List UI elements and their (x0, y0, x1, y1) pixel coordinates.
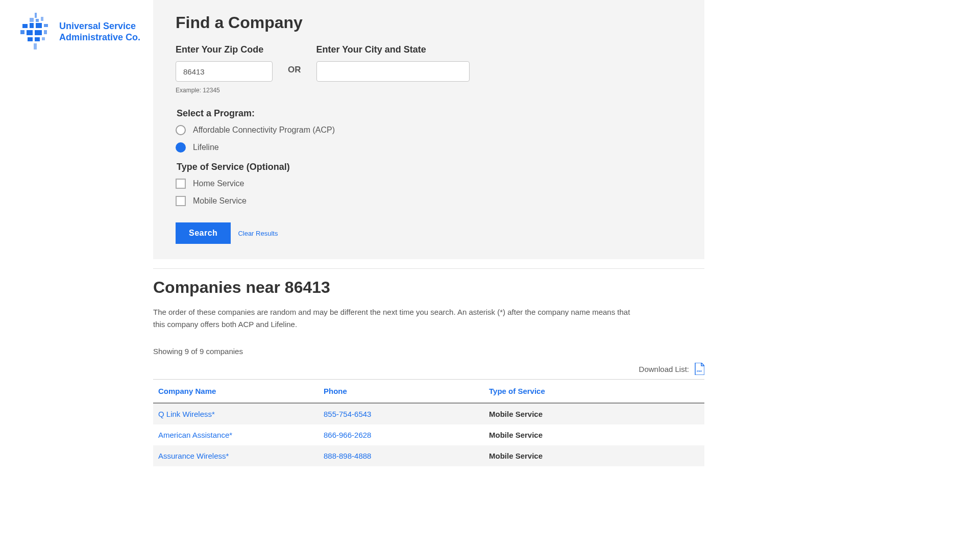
table-row: Q Link Wireless*855-754-6543Mobile Servi… (153, 403, 704, 424)
results-title: Companies near 86413 (153, 278, 704, 297)
download-label: Download List: (639, 365, 689, 373)
clear-results-link[interactable]: Clear Results (238, 230, 278, 237)
svg-rect-9 (27, 30, 33, 35)
radio-circle-icon (176, 125, 186, 135)
svg-rect-0 (35, 13, 37, 18)
table-row: Assurance Wireless*888-898-4888Mobile Se… (153, 445, 704, 466)
zip-input[interactable] (176, 61, 273, 82)
logo-line2: Administrative Co. (59, 32, 140, 43)
results-divider (153, 268, 704, 269)
company-link[interactable]: American Assistance* (158, 431, 232, 439)
logo-text: Universal Service Administrative Co. (59, 21, 140, 43)
svg-rect-15 (34, 43, 37, 49)
checkbox-square-icon (176, 179, 186, 189)
svg-rect-10 (35, 30, 42, 35)
find-company-title: Find a Company (176, 13, 682, 32)
svg-rect-13 (35, 37, 40, 41)
radio-acp[interactable]: Affordable Connectivity Program (ACP) (176, 125, 682, 135)
svg-rect-3 (41, 17, 43, 21)
svg-rect-2 (36, 19, 39, 22)
header-company[interactable]: Company Name (153, 380, 318, 404)
svg-rect-1 (30, 18, 34, 22)
usac-logo-icon (20, 13, 53, 52)
service-type: Mobile Service (489, 431, 543, 439)
checkbox-home-label: Home Service (193, 179, 244, 188)
search-button[interactable]: Search (176, 222, 231, 244)
svg-rect-5 (30, 23, 34, 28)
svg-rect-7 (44, 24, 48, 27)
city-label: Enter Your City and State (316, 44, 470, 55)
logo-area: Universal Service Administrative Co. (0, 0, 153, 52)
checkbox-mobile-service[interactable]: Mobile Service (176, 196, 682, 206)
header-phone[interactable]: Phone (318, 380, 484, 404)
service-type: Mobile Service (489, 410, 543, 418)
results-table: Company Name Phone Type of Service Q Lin… (153, 379, 704, 466)
phone-link[interactable]: 866-966-2628 (324, 431, 371, 439)
city-input[interactable] (316, 61, 470, 82)
service-section-label: Type of Service (Optional) (177, 162, 682, 172)
svg-rect-6 (36, 23, 42, 28)
zip-label: Enter Your Zip Code (176, 44, 273, 55)
svg-text:csv: csv (697, 369, 702, 372)
results-count: Showing 9 of 9 companies (153, 347, 704, 356)
phone-link[interactable]: 855-754-6543 (324, 410, 371, 418)
logo-container: Universal Service Administrative Co. (20, 13, 153, 52)
search-panel: Find a Company Enter Your Zip Code Examp… (153, 0, 704, 259)
zip-hint: Example: 12345 (176, 87, 273, 94)
table-row: American Assistance*866-966-2628Mobile S… (153, 424, 704, 445)
radio-circle-selected-icon (176, 142, 186, 153)
or-separator: OR (288, 65, 301, 75)
header-service[interactable]: Type of Service (484, 380, 704, 404)
radio-lifeline-label: Lifeline (193, 143, 219, 152)
company-link[interactable]: Assurance Wireless* (158, 452, 229, 460)
csv-download-icon[interactable]: csv (694, 363, 704, 375)
radio-lifeline[interactable]: Lifeline (176, 142, 682, 153)
svg-rect-4 (22, 24, 28, 28)
checkbox-square-icon (176, 196, 186, 206)
results-section: Companies near 86413 The order of these … (153, 278, 704, 487)
program-section-label: Select a Program: (177, 108, 682, 119)
radio-acp-label: Affordable Connectivity Program (ACP) (193, 126, 335, 135)
svg-rect-14 (42, 37, 45, 40)
checkbox-home-service[interactable]: Home Service (176, 179, 682, 189)
svg-rect-8 (20, 30, 24, 34)
service-checkbox-group: Home Service Mobile Service (176, 179, 682, 206)
svg-rect-12 (28, 37, 33, 41)
program-radio-group: Affordable Connectivity Program (ACP) Li… (176, 125, 682, 153)
svg-rect-11 (44, 30, 47, 34)
logo-line1: Universal Service (59, 21, 140, 32)
checkbox-mobile-label: Mobile Service (193, 196, 247, 206)
phone-link[interactable]: 888-898-4888 (324, 452, 371, 460)
results-note: The order of these companies are random … (153, 306, 643, 331)
company-link[interactable]: Q Link Wireless* (158, 410, 215, 418)
service-type: Mobile Service (489, 452, 543, 460)
